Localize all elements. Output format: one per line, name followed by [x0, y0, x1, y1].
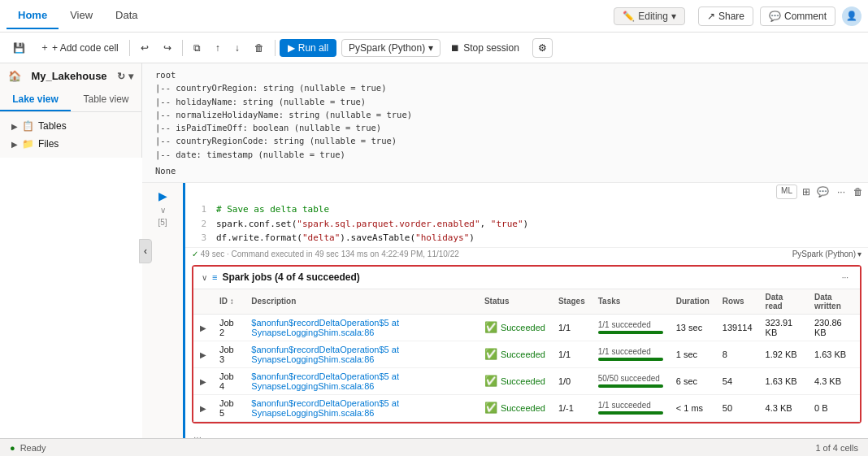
col-rows[interactable]: Rows: [716, 289, 759, 315]
tasks-progress-bar: [598, 384, 663, 388]
col-status[interactable]: Status: [478, 289, 552, 315]
files-icon: 📁: [22, 138, 34, 150]
chevron-right-icon: ▶: [11, 140, 18, 149]
delete-button[interactable]: 🗑: [248, 39, 271, 57]
spark-jobs-panel: ∨ ≡ Spark jobs (4 of 4 succeeded) ··· ID…: [192, 265, 861, 423]
tab-data[interactable]: Data: [104, 2, 149, 29]
cell-footer-5: ✓ 49 sec · Command executed in 49 sec 13…: [185, 247, 868, 260]
delete-cell-icon[interactable]: 🗑: [852, 185, 865, 199]
tasks-progress-bar-wrap: [598, 331, 663, 334]
settings-icon: ⚙: [538, 42, 547, 54]
cell-number-5: [5]: [158, 218, 167, 227]
spark-job-row: ▶ Job 4 $anonfun$recordDeltaOperation$5 …: [193, 367, 860, 394]
copy-button[interactable]: ⧉: [187, 39, 207, 57]
language-selector[interactable]: PySpark (Python) ▾: [341, 39, 441, 57]
success-icon: ✅: [484, 348, 497, 360]
tables-icon: 📋: [22, 120, 34, 132]
sidebar-item-tables[interactable]: ▶ 📋 Tables: [7, 117, 135, 135]
sidebar-item-files[interactable]: ▶ 📁 Files: [7, 135, 135, 153]
job-description[interactable]: $anonfun$recordDeltaOperation$5 at Synap…: [245, 314, 478, 341]
editing-badge[interactable]: ✏️ Editing ▾: [614, 7, 685, 25]
success-icon: ✅: [484, 375, 497, 387]
check-icon: ✓: [192, 250, 198, 258]
toolbar-separator-3: [275, 40, 276, 56]
grid-icon[interactable]: ⊞: [801, 185, 812, 199]
schema-line-root: root: [155, 68, 855, 81]
run-all-button[interactable]: ▶ Run all: [280, 39, 336, 57]
sidebar-header-icons: ↻ ▾: [117, 71, 133, 82]
main-toolbar: 💾 ＋ + Add code cell ↩ ↪ ⧉ ↑ ↓ 🗑 ▶ Run al…: [0, 33, 868, 63]
share-icon: ↗: [707, 11, 715, 22]
job-expand-btn[interactable]: ▶: [193, 314, 213, 341]
sidebar-tabs: Lake view Table view: [0, 89, 141, 112]
job-stages: 1/-1: [552, 394, 592, 421]
job-id: Job 4: [213, 367, 245, 394]
col-data-read[interactable]: Data read: [759, 289, 808, 315]
save-button[interactable]: 💾: [7, 39, 32, 57]
toolbar-separator-2: [182, 40, 183, 56]
save-icon: 💾: [13, 42, 25, 54]
spark-panel-header[interactable]: ∨ ≡ Spark jobs (4 of 4 succeeded) ···: [193, 267, 860, 289]
user-avatar[interactable]: 👤: [842, 7, 861, 26]
status-left: ● Ready: [10, 443, 46, 453]
comment-button[interactable]: 💬 Comment: [760, 7, 835, 26]
undo-icon: ↩: [141, 42, 149, 54]
job-expand-btn[interactable]: ▶: [193, 394, 213, 421]
redo-icon: ↪: [163, 42, 171, 54]
spark-panel-more-btn[interactable]: ···: [839, 271, 852, 284]
comment-cell-icon[interactable]: 💬: [815, 185, 831, 199]
job-expand-btn[interactable]: ▶: [193, 341, 213, 367]
files-label: Files: [38, 138, 59, 150]
cell-expand-icon[interactable]: ∨: [160, 206, 166, 215]
job-tasks: 1/1 succeeded: [592, 341, 670, 367]
redo-button[interactable]: ↪: [157, 39, 178, 57]
job-description[interactable]: $anonfun$recordDeltaOperation$5 at Synap…: [245, 341, 478, 367]
share-button[interactable]: ↗ Share: [698, 7, 753, 26]
job-rows: 139114: [716, 314, 759, 341]
cell-lang-5[interactable]: PySpark (Python) ▾: [792, 250, 861, 258]
session-settings-button[interactable]: ⚙: [532, 38, 553, 58]
spark-table-header-row: ID ↕ Description Status Stages Tasks Dur…: [193, 289, 860, 315]
job-status: ✅ Succeeded: [478, 341, 552, 367]
tab-view[interactable]: View: [59, 2, 104, 29]
more-output-indicator[interactable]: ···: [185, 428, 868, 438]
tab-home[interactable]: Home: [7, 2, 59, 29]
sidebar-collapse-button[interactable]: ‹: [139, 239, 152, 263]
col-description[interactable]: Description: [245, 289, 478, 315]
job-data-read: 4.3 KB: [759, 394, 808, 421]
job-expand-btn[interactable]: ▶: [193, 367, 213, 394]
job-rows: 8: [716, 341, 759, 367]
job-status: ✅ Succeeded: [478, 367, 552, 394]
col-tasks[interactable]: Tasks: [592, 289, 670, 315]
ml-button[interactable]: ML: [776, 185, 797, 199]
move-down-button[interactable]: ↓: [228, 39, 246, 57]
add-code-cell-button[interactable]: ＋ + Add code cell: [33, 37, 125, 58]
more-options-icon[interactable]: ···: [834, 185, 848, 199]
undo-button[interactable]: ↩: [134, 39, 155, 57]
col-data-written[interactable]: Data written: [808, 289, 860, 315]
job-data-written: 1.63 KB: [808, 341, 860, 367]
col-id[interactable]: ID ↕: [213, 289, 245, 315]
job-id: Job 5: [213, 394, 245, 421]
spark-panel-title: Spark jobs (4 of 4 succeeded): [222, 271, 359, 283]
col-stages[interactable]: Stages: [552, 289, 592, 315]
spark-panel-collapse-btn[interactable]: ∨: [202, 273, 207, 282]
stop-session-button[interactable]: ⏹ Stop session: [442, 39, 527, 57]
tasks-progress-bar: [598, 411, 663, 415]
job-tasks: 1/1 succeeded: [592, 314, 670, 341]
cell-body-5: ML ⊞ 💬 ··· 🗑 1 # Save as delta table 2 s…: [183, 183, 868, 438]
refresh-icon[interactable]: ↻: [117, 71, 125, 82]
main-layout: 🏠 My_Lakehouse ↻ ▾ Lake view Table view …: [0, 63, 868, 438]
sidebar-tab-table-view[interactable]: Table view: [71, 89, 141, 111]
col-duration[interactable]: Duration: [670, 289, 716, 315]
delete-icon: 🗑: [254, 42, 264, 54]
job-status: ✅ Succeeded: [478, 394, 552, 421]
sidebar-tab-lake-view[interactable]: Lake view: [0, 89, 71, 111]
status-bar: ● Ready 1 of 4 cells: [0, 438, 868, 456]
job-description[interactable]: $anonfun$recordDeltaOperation$5 at Synap…: [245, 394, 478, 421]
code-line-3: 3 df.write.format("delta").saveAsTable("…: [193, 231, 860, 245]
chevron-down-icon[interactable]: ▾: [128, 71, 133, 82]
job-description[interactable]: $anonfun$recordDeltaOperation$5 at Synap…: [245, 367, 478, 394]
move-up-button[interactable]: ↑: [209, 39, 227, 57]
cell-run-button-5[interactable]: ▶: [158, 189, 167, 202]
